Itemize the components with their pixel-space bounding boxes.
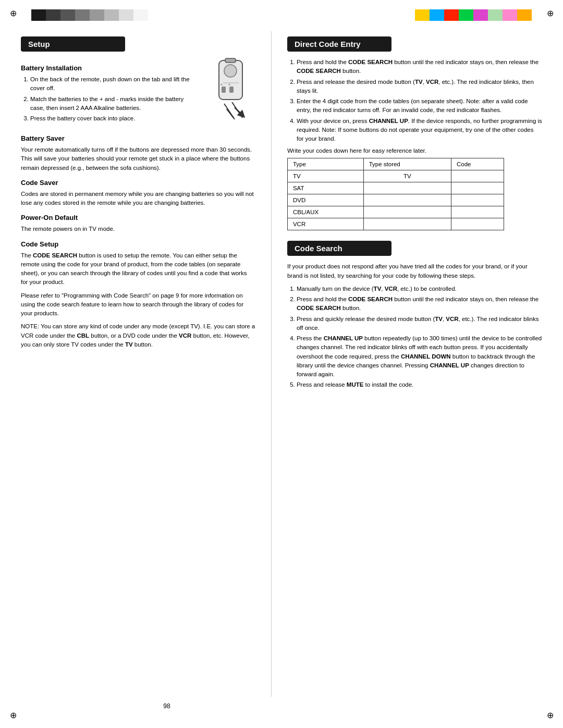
svg-rect-1: [225, 58, 236, 63]
direct-code-entry-header: Direct Code Entry: [287, 36, 391, 52]
svg-rect-5: [229, 87, 234, 93]
code-saver-text: Codes are stored in permanent memory whi…: [21, 190, 255, 208]
svg-text:+: +: [221, 83, 223, 87]
table-cell-type-cblaux: CBL/AUX: [287, 206, 363, 218]
right-column: Direct Code Entry Press and hold the COD…: [277, 31, 542, 697]
battery-saver-text: Your remote automatically turns off if t…: [21, 145, 255, 172]
color-bars-left: [31, 9, 148, 21]
table-row: DVD: [287, 194, 504, 206]
table-header-type: Type: [287, 158, 363, 170]
code-setup-para1: The CODE SEARCH button is used to setup …: [21, 251, 255, 287]
code-search-section: Code Search If your product does not res…: [287, 241, 542, 389]
table-cell-type-dvd: DVD: [287, 194, 363, 206]
page-number-right: 9: [163, 702, 167, 710]
table-cell-code-vcr: [451, 218, 504, 230]
color-bars-right: [415, 9, 532, 21]
table-cell-stored-vcr: [363, 218, 451, 230]
dce-step-4: With your device on, press CHANNEL UP. I…: [297, 117, 542, 144]
power-on-default-title: Power-On Default: [21, 214, 255, 221]
direct-code-entry-section: Direct Code Entry Press and hold the COD…: [287, 36, 542, 230]
main-content: Setup +: [21, 31, 542, 697]
table-cell-type-sat: SAT: [287, 182, 363, 194]
cs-step-1: Manually turn on the device (TV, VCR, et…: [297, 285, 542, 293]
code-setup-para2: Please refer to "Programming with Code S…: [21, 291, 255, 318]
table-cell-stored-tv: TV: [363, 170, 451, 182]
code-saver-section: Code Saver Codes are stored in permanent…: [21, 179, 255, 208]
power-on-default-section: Power-On Default The remote powers on in…: [21, 214, 255, 233]
battery-installation-section: + +: [21, 58, 255, 128]
code-search-intro: If your product does not respond after y…: [287, 262, 542, 280]
left-column: Setup +: [21, 31, 266, 697]
cs-step-4: Press the CHANNEL UP button repeatedly (…: [297, 334, 542, 379]
direct-code-entry-steps: Press and hold the CODE SEARCH button un…: [287, 58, 542, 143]
svg-point-2: [224, 65, 237, 77]
dce-step-2: Press and release the desired mode butto…: [297, 78, 542, 96]
table-row: CBL/AUX: [287, 206, 504, 218]
table-header-code: Code: [451, 158, 504, 170]
table-cell-stored-cblaux: [363, 206, 451, 218]
table-cell-stored-dvd: [363, 194, 451, 206]
code-setup-para3: NOTE: You can store any kind of code und…: [21, 322, 255, 349]
reg-mark-tl: ⊕: [7, 7, 19, 19]
svg-text:+: +: [228, 83, 230, 87]
dce-step-3: Enter the 4 digit code from the code tab…: [297, 97, 542, 115]
column-divider: [271, 31, 272, 697]
battery-saver-section: Battery Saver Your remote automatically …: [21, 134, 255, 172]
table-row: SAT: [287, 182, 504, 194]
table-cell-stored-sat: [363, 182, 451, 194]
code-setup-section: Code Setup The CODE SEARCH button is use…: [21, 240, 255, 350]
cs-step-5: Press and release MUTE to install the co…: [297, 380, 542, 389]
table-cell-code-tv: [451, 170, 504, 182]
setup-header: Setup: [21, 36, 125, 52]
page-number-left: 8: [167, 702, 170, 710]
table-row: TV TV: [287, 170, 504, 182]
code-search-header: Code Search: [287, 241, 391, 256]
svg-rect-4: [222, 87, 226, 93]
table-cell-code-dvd: [451, 194, 504, 206]
code-search-steps: Manually turn on the device (TV, VCR, et…: [287, 285, 542, 390]
table-cell-type-vcr: VCR: [287, 218, 363, 230]
reg-mark-br: ⊕: [544, 709, 556, 721]
reg-mark-bl: ⊕: [7, 709, 19, 721]
code-reference-table: Type Type stored Code TV TV SAT: [287, 158, 504, 230]
page-container: ⊕ ⊕ ⊕ ⊕ Setup: [0, 0, 563, 728]
cs-step-2: Press and hold the CODE SEARCH button un…: [297, 295, 542, 313]
power-on-default-text: The remote powers on in TV mode.: [21, 225, 255, 233]
battery-saver-title: Battery Saver: [21, 134, 255, 142]
write-codes-text: Write your codes down here for easy refe…: [287, 147, 542, 154]
table-cell-code-sat: [451, 182, 504, 194]
reg-mark-tr: ⊕: [544, 7, 556, 19]
dce-step-1: Press and hold the CODE SEARCH button un…: [297, 58, 542, 76]
table-header-type-stored: Type stored: [363, 158, 451, 170]
table-row: VCR: [287, 218, 504, 230]
code-setup-title: Code Setup: [21, 240, 255, 248]
code-saver-title: Code Saver: [21, 179, 255, 187]
battery-image: + +: [203, 58, 255, 126]
table-cell-code-cblaux: [451, 206, 504, 218]
cs-step-3: Press and quickly release the desired mo…: [297, 315, 542, 333]
table-cell-type-tv: TV: [287, 170, 363, 182]
